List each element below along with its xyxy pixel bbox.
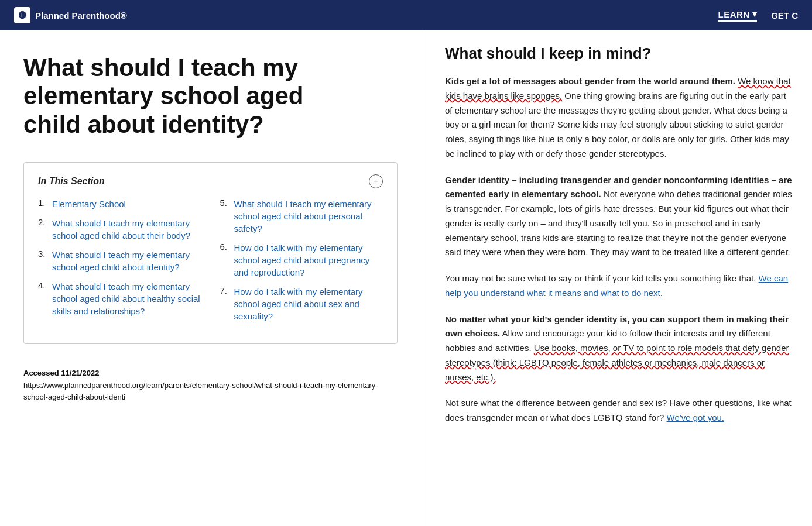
page-title: What should I teach my elementary school… <box>23 54 363 139</box>
section-box-header: In This Section − <box>38 174 383 188</box>
right-panel: What should I keep in mind? Kids get a l… <box>426 30 812 526</box>
list-item: 4. What should I teach my elementary sch… <box>38 280 201 317</box>
list-item: 7. How do I talk with my elementary scho… <box>220 286 383 322</box>
right-heading: What should I keep in mind? <box>445 44 793 63</box>
nav-getcare[interactable]: GET C <box>771 11 798 20</box>
logo-text: Planned Parenthood® <box>35 11 127 20</box>
left-panel: What should I teach my elementary school… <box>0 30 426 526</box>
site-header: 🅟 Planned Parenthood® LEARN ▾ GET C <box>0 0 812 30</box>
right-paragraph-2: Gender identity – including transgender … <box>445 173 793 260</box>
list-item: 3. What should I teach my elementary sch… <box>38 249 201 273</box>
list-item: 5. What should I teach my elementary sch… <box>220 198 383 235</box>
accessed-url: https://www.plannedparenthood.org/learn/… <box>23 380 398 404</box>
list-item: 1. Elementary School <box>38 198 201 210</box>
nav-learn[interactable]: LEARN ▾ <box>718 9 757 22</box>
section-box: In This Section − 1. Elementary School 2… <box>23 162 398 344</box>
section-box-title: In This Section <box>38 176 105 187</box>
section-col-2: 5. What should I teach my elementary sch… <box>220 198 383 329</box>
weve-got-you-link[interactable]: We've got you. <box>667 412 724 422</box>
list-item: 2. What should I teach my elementary sch… <box>38 217 201 242</box>
section-col-1: 1. Elementary School 2. What should I te… <box>38 198 201 329</box>
section-columns: 1. Elementary School 2. What should I te… <box>38 198 383 329</box>
logo: 🅟 Planned Parenthood® <box>14 7 127 23</box>
accessed-label: Accessed 11/21/2022 <box>23 367 398 380</box>
list-item: 6. How do I talk with my elementary scho… <box>220 242 383 279</box>
main-nav: LEARN ▾ GET C <box>718 9 798 22</box>
right-paragraph-4: No matter what your kid's gender identit… <box>445 312 793 385</box>
right-paragraph-1: Kids get a lot of messages about gender … <box>445 74 793 161</box>
right-paragraph-3: You may not be sure what to say or think… <box>445 271 793 301</box>
logo-icon: 🅟 <box>14 7 30 23</box>
section-list-1: 1. Elementary School 2. What should I te… <box>38 198 201 317</box>
collapse-icon[interactable]: − <box>369 174 383 188</box>
right-paragraph-5: Not sure what the difference between gen… <box>445 396 793 425</box>
section-list-2: 5. What should I teach my elementary sch… <box>220 198 383 322</box>
main-layout: What should I teach my elementary school… <box>0 30 812 526</box>
accessed-block: Accessed 11/21/2022 https://www.plannedp… <box>23 367 398 404</box>
